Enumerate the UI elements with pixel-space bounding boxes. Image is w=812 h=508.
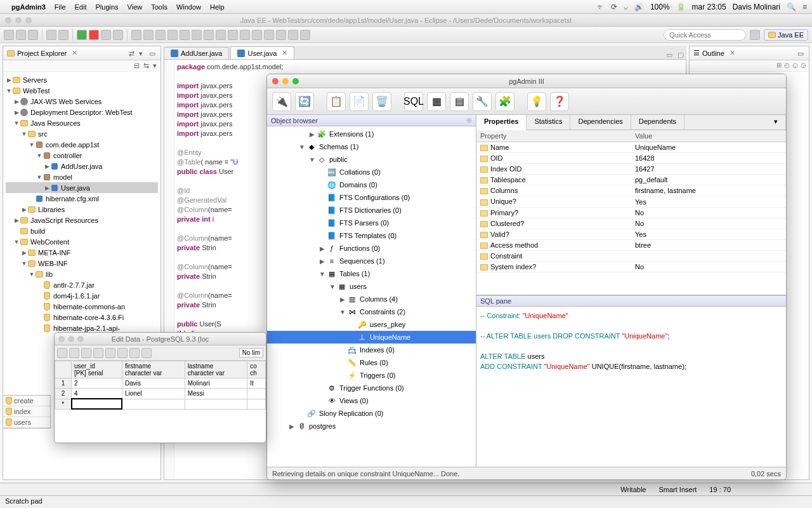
sql-pane[interactable]: -- Constraint: "UniqueName" -- ALTER TAB…: [476, 307, 786, 467]
property-row[interactable]: System index?No: [476, 262, 786, 272]
property-row[interactable]: Clustered?No: [476, 218, 786, 229]
tool-icon[interactable]: [58, 30, 69, 40]
data-grid[interactable]: user_id[PK] serialfirstnamecharacter var…: [55, 361, 266, 443]
tool-icon[interactable]: [300, 30, 310, 40]
tree-item[interactable]: ▼src: [6, 128, 158, 139]
wrench-icon[interactable]: 🔧: [473, 92, 492, 111]
sql-icon[interactable]: SQL: [404, 92, 423, 111]
tab-users[interactable]: users: [3, 417, 50, 428]
paste-icon[interactable]: [105, 348, 115, 358]
sort-icon[interactable]: ⊞: [776, 62, 782, 70]
app-name[interactable]: pgAdmin3: [11, 3, 46, 11]
copy-icon[interactable]: [93, 348, 103, 358]
debug-icon[interactable]: [89, 30, 99, 40]
tree-item[interactable]: antlr-2.7.7.jar: [6, 279, 158, 290]
battery-icon[interactable]: 🔋: [676, 3, 686, 11]
editdata-window[interactable]: Edit Data - PostgreSQL 9.3 (loc No lim u…: [54, 332, 266, 443]
tree-item[interactable]: ▼model: [6, 171, 158, 182]
new-icon[interactable]: [4, 30, 14, 40]
ob-item[interactable]: ▼▦Tables (1): [267, 267, 476, 280]
tool-icon[interactable]: [155, 30, 166, 40]
menu-file[interactable]: File: [55, 3, 66, 11]
tree-item[interactable]: hibernate-commons-an: [6, 301, 158, 312]
tree-item[interactable]: ▶JavaScript Resources: [6, 215, 158, 225]
limit-select[interactable]: No lim: [239, 348, 263, 358]
maximize-icon[interactable]: [292, 78, 299, 84]
ob-item[interactable]: ▶ƒFunctions (0): [267, 242, 476, 255]
tool-icon[interactable]: [167, 30, 178, 40]
tree-item[interactable]: ▼controller: [6, 150, 158, 161]
tool-icon[interactable]: [204, 30, 214, 40]
ob-item[interactable]: 📘FTS Templates (0): [267, 229, 476, 242]
tab-statistics[interactable]: Statistics: [527, 115, 570, 130]
project-explorer-tab[interactable]: Project Explorer ✕ ⇄ ▾ ▭: [3, 46, 160, 60]
saveall-icon[interactable]: [28, 30, 38, 40]
collapse-icon[interactable]: ▾: [139, 50, 147, 57]
tree-item[interactable]: ▼com.dede.app1st: [6, 139, 158, 150]
tree-item[interactable]: hibernate.cfg.xml: [6, 193, 158, 204]
tree-item[interactable]: ▶META-INF: [6, 247, 158, 258]
maximize-icon[interactable]: ▢: [675, 51, 686, 59]
filter-icon[interactable]: ◴: [784, 62, 790, 70]
editdata-titlebar[interactable]: Edit Data - PostgreSQL 9.3 (loc: [55, 333, 266, 345]
quick-access-input[interactable]: [664, 29, 746, 41]
clock[interactable]: mar 23:05: [692, 3, 726, 11]
tool-icon[interactable]: [252, 30, 262, 40]
tool-icon[interactable]: [101, 30, 111, 40]
tree-item[interactable]: ▼Java Resources: [6, 117, 158, 128]
plugin-icon[interactable]: 🧩: [495, 92, 514, 111]
scratch-pad[interactable]: Scratch pad: [0, 495, 812, 508]
eclipse-titlebar[interactable]: Java EE - WebTest/src/com/dede/app1st/mo…: [0, 14, 812, 27]
property-row[interactable]: Tablespacepg_default: [476, 175, 786, 185]
tool-icon[interactable]: [288, 30, 298, 40]
menu-plugins[interactable]: Plugins: [95, 3, 118, 11]
property-row[interactable]: OID16428: [476, 153, 786, 164]
tab-dependencies[interactable]: Dependencies: [570, 115, 631, 130]
ob-item[interactable]: 📏Rules (0): [267, 356, 476, 369]
ob-item[interactable]: 📘FTS Parsers (0): [267, 217, 476, 229]
tab-create[interactable]: create: [3, 396, 50, 406]
tree-item[interactable]: ▶Servers: [6, 74, 158, 85]
create-icon[interactable]: 📄: [350, 92, 369, 111]
eclipse-traffic-lights[interactable]: [5, 17, 32, 23]
tree-item[interactable]: ▶User.java: [6, 182, 158, 193]
save-icon[interactable]: [16, 30, 26, 40]
menu-edit[interactable]: Edit: [75, 3, 87, 11]
tool-icon[interactable]: [240, 30, 250, 40]
tree-item[interactable]: dom4j-1.6.1.jar: [6, 290, 158, 301]
tree-item[interactable]: hibernate-core-4.3.6.Fi: [6, 312, 158, 323]
tool-icon[interactable]: [264, 30, 274, 40]
ob-item[interactable]: ▶🛢postgres: [267, 420, 476, 432]
help-icon[interactable]: ❓: [550, 92, 569, 111]
perspective-javaee[interactable]: Java EE: [764, 29, 808, 41]
close-icon[interactable]: ✕: [730, 49, 735, 57]
refresh-icon[interactable]: [129, 348, 140, 358]
link-editor-icon[interactable]: ⇆: [143, 62, 149, 70]
tree-item[interactable]: ▶AddUser.java: [6, 161, 158, 171]
plug-icon[interactable]: 🔌: [272, 92, 291, 111]
tab-menu-icon[interactable]: ▾: [766, 115, 786, 130]
tree-item[interactable]: build: [6, 225, 158, 236]
tree-item[interactable]: ▼WebTest: [6, 85, 158, 96]
tree-item[interactable]: ▶Libraries: [6, 204, 158, 215]
property-row[interactable]: Unique?Yes: [476, 196, 786, 207]
notification-icon[interactable]: ≡: [802, 3, 807, 11]
menu-help[interactable]: Help: [210, 3, 225, 11]
property-row[interactable]: Primary?No: [476, 207, 786, 218]
tool-icon[interactable]: [228, 30, 238, 40]
close-icon[interactable]: ✕: [72, 49, 77, 57]
tab-index[interactable]: index: [3, 406, 50, 417]
tool-icon[interactable]: [192, 30, 202, 40]
properties-icon[interactable]: 📋: [327, 92, 346, 111]
ob-item[interactable]: 🔑users_pkey: [267, 318, 476, 331]
delete-icon[interactable]: 🗑️: [372, 92, 391, 111]
tab-user[interactable]: User.java✕: [230, 46, 294, 59]
tool-icon[interactable]: [81, 348, 91, 358]
properties-table[interactable]: PropertyValue NameUniqueNameOID16428Inde…: [476, 130, 786, 295]
ob-item[interactable]: 🌐Domains (0): [267, 178, 476, 191]
ob-item[interactable]: ⚡Triggers (0): [267, 369, 476, 382]
property-row[interactable]: Columnsfirstname, lastname: [476, 185, 786, 196]
property-row[interactable]: NameUniqueName: [476, 142, 786, 153]
view-menu-icon[interactable]: ▾: [153, 62, 157, 70]
min-icon[interactable]: ▭: [149, 50, 157, 57]
